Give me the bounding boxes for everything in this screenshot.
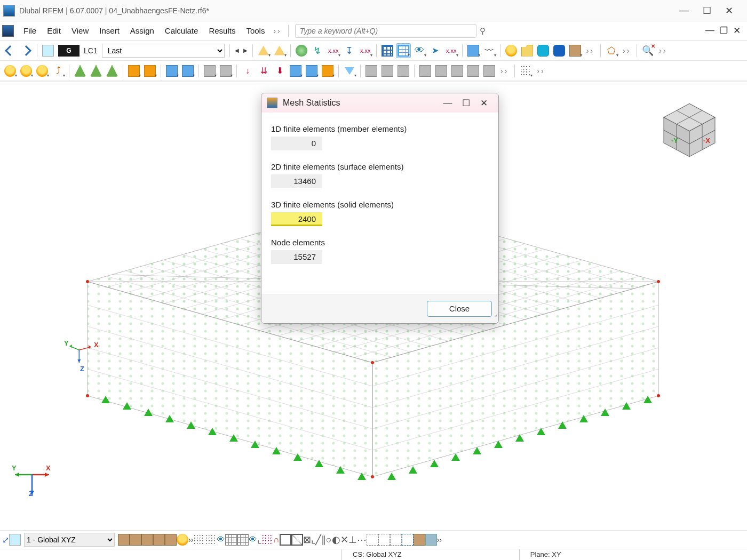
- redo-button[interactable]: [19, 43, 34, 58]
- tool-support3-icon[interactable]: [105, 63, 120, 78]
- bb-view1-icon[interactable]: [118, 534, 130, 546]
- minimize-button[interactable]: —: [679, 5, 689, 17]
- bb-snap-grid2-icon[interactable]: [205, 534, 217, 546]
- tool-dim-y-icon[interactable]: x.xx: [358, 43, 373, 58]
- toolbar-overflow-1[interactable]: ››: [583, 46, 598, 55]
- tool-res1-icon[interactable]: [364, 63, 379, 78]
- bb-snap-grid1-icon[interactable]: [193, 534, 205, 546]
- lc-color-swatch[interactable]: [41, 43, 55, 58]
- tool-probe-icon[interactable]: ↧: [342, 43, 357, 58]
- tool-grid2-icon[interactable]: [518, 63, 533, 78]
- tool-load6-icon[interactable]: [320, 63, 335, 78]
- tool-load2-icon[interactable]: ⇊: [256, 63, 271, 78]
- menu-calculate[interactable]: Calculate: [160, 26, 204, 35]
- bb-light-icon[interactable]: [177, 534, 188, 546]
- bb-view4-icon[interactable]: [153, 534, 165, 546]
- tool-dim-z-icon[interactable]: x.xx: [444, 43, 459, 58]
- viewport-3d[interactable]: X Y Z X Y Z -Y -X: [0, 82, 747, 530]
- bb-guides4-icon[interactable]: [402, 534, 414, 546]
- bb-osnap-diag-icon[interactable]: [291, 534, 303, 546]
- bb-osnap-mid-icon[interactable]: ⋯: [357, 534, 367, 546]
- bb-osnap-circle-icon[interactable]: ○: [326, 534, 332, 546]
- tool-arrow-right-icon[interactable]: ➤: [428, 43, 443, 58]
- tool-hinge-icon[interactable]: [218, 63, 233, 78]
- lc-next-button[interactable]: ▶: [241, 47, 250, 53]
- search-input[interactable]: [300, 27, 472, 35]
- bb-guides1-icon[interactable]: [367, 534, 378, 546]
- bb-guides2-icon[interactable]: [378, 534, 390, 546]
- tool-new-load[interactable]: [256, 43, 271, 58]
- bb-view3-icon[interactable]: [141, 534, 153, 546]
- bb-overflow-1[interactable]: ››: [188, 535, 193, 544]
- bb-osnap-rect-icon[interactable]: [280, 534, 291, 546]
- menu-view[interactable]: View: [66, 26, 94, 35]
- menu-overflow-icon[interactable]: ››: [270, 27, 284, 35]
- dialog-titlebar[interactable]: Mesh Statistics — ☐ ✕: [261, 93, 498, 113]
- tool-dim-x-icon[interactable]: x.xx: [326, 43, 341, 58]
- tool-sec2-icon[interactable]: [142, 63, 157, 78]
- bb-osnap-perp-icon[interactable]: ⊥: [348, 534, 357, 546]
- bb-snap-grid4-icon[interactable]: [237, 534, 249, 546]
- maximize-button[interactable]: ☐: [703, 5, 711, 17]
- tool-axis-icon[interactable]: ↯: [310, 43, 325, 58]
- tool-load4-icon[interactable]: [288, 63, 303, 78]
- undo-button[interactable]: [3, 43, 18, 58]
- bb-osnap-line-icon[interactable]: ╱: [315, 534, 321, 546]
- tool-load3-icon[interactable]: ⬇: [272, 63, 287, 78]
- bb-osnap-int-icon[interactable]: ✕: [340, 534, 348, 546]
- window-close-inner-button[interactable]: ✕: [733, 25, 741, 36]
- tool-beam1-icon[interactable]: [418, 63, 433, 78]
- tool-find-icon[interactable]: 🔍✕: [640, 43, 655, 58]
- orientation-cube[interactable]: -Y -X: [657, 98, 721, 162]
- tool-load1-icon[interactable]: ↓: [240, 63, 255, 78]
- tool-load5-icon[interactable]: [304, 63, 319, 78]
- bb-guides3-icon[interactable]: [390, 534, 402, 546]
- toolbar2-overflow-1[interactable]: ››: [497, 67, 512, 75]
- menu-assign[interactable]: Assign: [125, 26, 160, 35]
- tool-res2-icon[interactable]: [380, 63, 395, 78]
- tool-mesh-icon[interactable]: [466, 63, 481, 78]
- tool-delete-load[interactable]: ✕: [272, 43, 287, 58]
- search-settings-icon[interactable]: ⚲: [480, 26, 486, 36]
- tool-eye-icon[interactable]: 👁: [412, 43, 427, 58]
- tool-globe-icon[interactable]: [294, 43, 309, 58]
- loadcase-select[interactable]: Last: [102, 44, 225, 58]
- toolbar-overflow-3[interactable]: ››: [656, 46, 670, 55]
- toolbar2-overflow-2[interactable]: ››: [534, 67, 548, 75]
- tool-beam2-icon[interactable]: [434, 63, 449, 78]
- coordsys-select[interactable]: 1 - Global XYZ: [24, 533, 115, 547]
- bb-osnap1-icon[interactable]: [261, 534, 273, 546]
- bb-osnap-parallel-icon[interactable]: ∥: [321, 534, 326, 546]
- bb-snap-grid3-icon[interactable]: [225, 534, 237, 546]
- tool-member-star-icon[interactable]: [35, 63, 50, 78]
- bb-view5-icon[interactable]: [165, 534, 177, 546]
- tool-folder-icon[interactable]: [520, 43, 535, 58]
- dialog-close-ok-button[interactable]: Close: [427, 301, 492, 317]
- dialog-maximize-button[interactable]: ☐: [457, 98, 475, 109]
- window-minimize-inner-button[interactable]: —: [705, 25, 714, 36]
- tool-cloud1-icon[interactable]: [536, 43, 551, 58]
- menu-results[interactable]: Results: [203, 26, 241, 35]
- bb-view2-icon[interactable]: [130, 534, 141, 546]
- toolbar-overflow-2[interactable]: ››: [619, 46, 634, 55]
- tool-select-poly-icon[interactable]: ⬠: [604, 43, 619, 58]
- bb-osnap-cross-icon[interactable]: ⊠: [303, 534, 311, 546]
- bb-snap-eye-icon[interactable]: 👁: [217, 535, 225, 545]
- bb-snap-eye2-icon[interactable]: 👁: [249, 535, 257, 545]
- tool-srf1-icon[interactable]: [164, 63, 179, 78]
- tool-chart-icon[interactable]: [466, 43, 481, 58]
- tool-calc-icon[interactable]: [504, 43, 519, 58]
- tool-res3-icon[interactable]: [396, 63, 411, 78]
- tool-cloud2-icon[interactable]: [552, 43, 567, 58]
- bb-osnap-magnet-icon[interactable]: ∩: [273, 535, 280, 545]
- tool-support1-icon[interactable]: [73, 63, 88, 78]
- dialog-close-button[interactable]: ✕: [475, 98, 493, 109]
- bb-cs-icon[interactable]: ⤢: [2, 535, 9, 545]
- lc-prev-button[interactable]: ◀: [233, 47, 241, 53]
- dialog-minimize-button[interactable]: —: [439, 98, 457, 108]
- tool-table-icon[interactable]: [380, 43, 395, 58]
- search-box[interactable]: [295, 24, 476, 38]
- menu-insert[interactable]: Insert: [94, 26, 125, 35]
- tool-srf2-icon[interactable]: [180, 63, 195, 78]
- tool-rigid-icon[interactable]: [202, 63, 217, 78]
